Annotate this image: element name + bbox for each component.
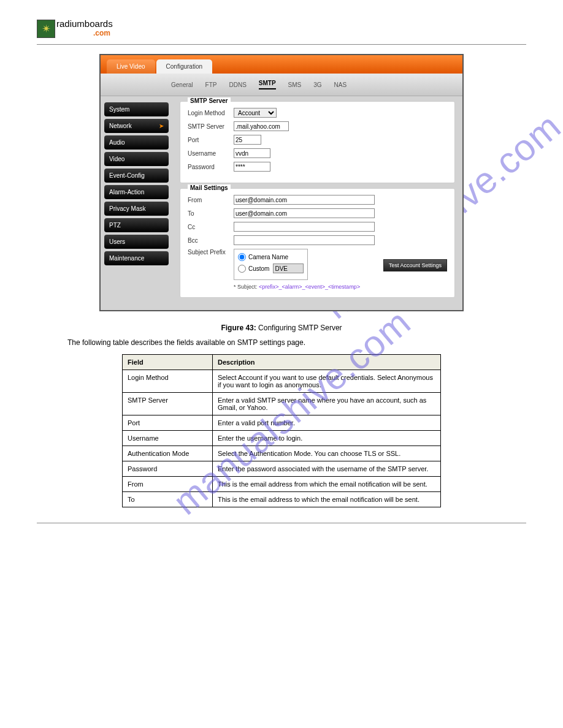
note-prefix: * Subject: [234, 284, 259, 290]
table-row: Login MethodSelect Account if you want t… [123, 370, 441, 393]
from-label: From [188, 197, 234, 203]
username-input[interactable] [234, 148, 270, 158]
bcc-input[interactable] [234, 235, 375, 245]
subtab-smtp[interactable]: SMTP [259, 80, 276, 89]
cc-input[interactable] [234, 222, 375, 232]
sidebar-item-privacy-mask[interactable]: Privacy Mask [104, 202, 169, 216]
sidebar-item-ptz[interactable]: PTZ [104, 218, 169, 232]
divider [37, 44, 526, 45]
username-label: Username [188, 150, 234, 157]
table-row: ToThis is the email address to which the… [123, 492, 441, 507]
sidebar-item-users[interactable]: Users [104, 235, 169, 249]
port-input[interactable] [234, 135, 261, 145]
smtp-panel-title: SMTP Server [188, 97, 231, 104]
subtab-ddns[interactable]: DDNS [229, 82, 246, 88]
th-desc: Description [213, 355, 441, 370]
figure-label: Figure 43: Configuring SMTP Server [37, 324, 526, 332]
table-row: Authentication ModeSelect the Authentica… [123, 446, 441, 461]
subtab-sms[interactable]: SMS [288, 82, 302, 88]
custom-input[interactable] [273, 264, 304, 273]
divider-bottom [37, 523, 526, 523]
login-method-select[interactable]: Account [234, 108, 277, 118]
table-row: FromThis is the email address from which… [123, 477, 441, 492]
sidebar-item-event-config[interactable]: Event-Config [104, 169, 169, 183]
subtab-ftp[interactable]: FTP [205, 82, 217, 88]
cc-label: Cc [188, 224, 234, 230]
intro-text: The following table describes the fields… [67, 338, 526, 347]
sidebar-item-system[interactable]: System [104, 102, 169, 116]
test-account-button[interactable]: Test Account Settings [383, 259, 447, 271]
mail-panel-title: Mail Settings [188, 184, 231, 191]
login-method-label: Login Method [188, 110, 234, 116]
subject-prefix-label: Subject Prefix [188, 249, 234, 256]
to-label: To [188, 210, 234, 217]
opt-custom: Custom [248, 265, 269, 272]
brand: radiumboards .com [56, 18, 113, 39]
tab-configuration[interactable]: Configuration [156, 59, 212, 74]
password-input[interactable] [234, 162, 270, 172]
sidebar-item-maintenance[interactable]: Maintenance [104, 251, 169, 265]
smtp-server-label: SMTP Server [188, 123, 234, 130]
smtp-server-input[interactable] [234, 121, 289, 131]
radio-custom[interactable] [238, 265, 246, 273]
sidebar-item-alarm-action[interactable]: Alarm-Action [104, 185, 169, 199]
subtab-general[interactable]: General [171, 82, 193, 88]
sidebar-item-video[interactable]: Video [104, 152, 169, 166]
subtab-3g[interactable]: 3G [313, 82, 321, 88]
table-row: PortEnter a valid port number. [123, 415, 441, 431]
logo-icon: ✴ [37, 20, 55, 38]
port-label: Port [188, 137, 234, 143]
th-field: Field [123, 355, 213, 370]
opt-camera-name: Camera Name [248, 254, 288, 260]
tab-live-video[interactable]: Live Video [107, 59, 155, 74]
note-sequence: <prefix>_<alarm>_<event>_<timestamp> [259, 284, 360, 290]
password-label: Password [188, 164, 234, 170]
to-input[interactable] [234, 208, 375, 218]
subtab-nas[interactable]: NAS [334, 82, 347, 88]
fields-table: FieldDescription Login MethodSelect Acco… [122, 354, 441, 507]
radio-camera-name[interactable] [238, 253, 246, 261]
table-row: SMTP ServerEnter a valid SMTP server nam… [123, 393, 441, 415]
from-input[interactable] [234, 195, 375, 205]
screenshot-frame: Live Video Configuration General FTP DDN… [99, 54, 464, 311]
table-row: UsernameEnter the username to login. [123, 431, 441, 446]
table-row: PasswordEnter the password associated wi… [123, 461, 441, 477]
sidebar-item-audio[interactable]: Audio [104, 135, 169, 150]
sidebar-item-network[interactable]: Network [104, 119, 169, 133]
bcc-label: Bcc [188, 237, 234, 244]
